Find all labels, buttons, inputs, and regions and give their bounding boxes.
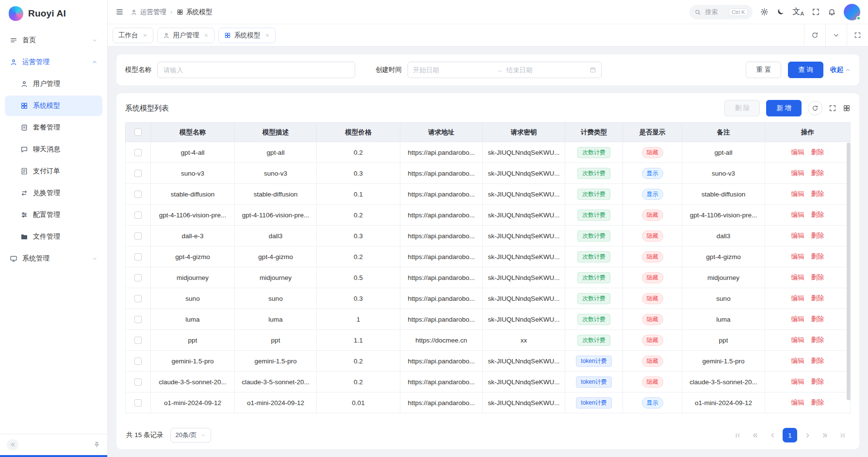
end-date-input[interactable] xyxy=(507,66,586,74)
row-checkbox[interactable] xyxy=(134,253,142,261)
row-checkbox[interactable] xyxy=(134,149,142,156)
notification-bell-icon[interactable] xyxy=(828,8,836,16)
last-page-button[interactable] xyxy=(835,428,850,442)
edit-link[interactable]: 编辑 xyxy=(791,378,804,385)
delete-link[interactable]: 删除 xyxy=(811,253,824,260)
cell-model-desc: gpt-4-1106-vision-pre... xyxy=(235,205,317,226)
sidebar-item-6[interactable]: 支付订单 xyxy=(5,161,102,181)
refresh-tab-button[interactable] xyxy=(804,24,825,46)
delete-link[interactable]: 删除 xyxy=(811,274,824,281)
close-tab-icon[interactable] xyxy=(265,33,270,38)
sidebar-item-5[interactable]: 聊天消息 xyxy=(5,139,102,160)
sidebar-item-4[interactable]: 套餐管理 xyxy=(5,117,102,138)
cell-remark: stable-diffusion xyxy=(682,184,765,205)
row-checkbox[interactable] xyxy=(134,399,142,407)
tab-2[interactable]: 系统模型 xyxy=(218,28,276,43)
edit-link[interactable]: 编辑 xyxy=(791,211,804,218)
fullscreen-icon[interactable] xyxy=(812,8,820,16)
user-avatar[interactable] xyxy=(844,4,860,20)
row-checkbox[interactable] xyxy=(134,358,142,365)
language-icon[interactable]: 文A xyxy=(792,7,804,16)
jump-back-button[interactable] xyxy=(748,428,762,442)
edit-link[interactable]: 编辑 xyxy=(791,169,804,177)
sidebar-collapse-button[interactable] xyxy=(7,439,18,451)
logo[interactable]: Ruoyi AI xyxy=(0,0,107,27)
delete-link[interactable]: 删除 xyxy=(811,399,824,406)
edit-link[interactable]: 编辑 xyxy=(791,315,804,323)
page-size-select[interactable]: 20条/页 xyxy=(170,428,211,442)
cell-request-url: https://docmee.cn xyxy=(400,330,483,351)
row-checkbox[interactable] xyxy=(134,316,142,323)
tab-0[interactable]: 工作台 xyxy=(113,28,153,43)
edit-link[interactable]: 编辑 xyxy=(791,294,804,302)
model-name-input[interactable] xyxy=(157,62,355,78)
breadcrumb-item-operations[interactable]: 运营管理 xyxy=(131,8,166,16)
breadcrumb-item-system-model[interactable]: 系统模型 xyxy=(177,8,213,16)
jump-forward-button[interactable] xyxy=(818,428,832,442)
delete-button[interactable]: 删 除 xyxy=(724,100,760,116)
edit-link[interactable]: 编辑 xyxy=(791,253,804,260)
delete-link[interactable]: 删除 xyxy=(811,211,824,218)
delete-link[interactable]: 删除 xyxy=(811,357,824,364)
edit-link[interactable]: 编辑 xyxy=(791,274,804,281)
sidebar-item-2[interactable]: 用户管理 xyxy=(5,74,102,94)
delete-link[interactable]: 删除 xyxy=(811,315,824,323)
row-checkbox[interactable] xyxy=(134,232,142,240)
tab-1[interactable]: 用户管理 xyxy=(157,28,214,43)
row-checkbox[interactable] xyxy=(134,170,142,177)
close-tab-icon[interactable] xyxy=(204,33,209,38)
row-checkbox[interactable] xyxy=(134,337,142,344)
search-button[interactable]: 查 询 xyxy=(788,62,823,78)
operations-icon xyxy=(131,9,137,16)
date-range-picker[interactable]: → xyxy=(408,62,602,78)
delete-link[interactable]: 删除 xyxy=(811,232,824,239)
maximize-content-button[interactable] xyxy=(847,24,868,46)
add-button[interactable]: 新 增 xyxy=(766,100,802,116)
edit-link[interactable]: 编辑 xyxy=(791,336,804,343)
row-checkbox[interactable] xyxy=(134,274,142,281)
delete-link[interactable]: 删除 xyxy=(811,378,824,385)
row-checkbox[interactable] xyxy=(134,378,142,386)
current-page-button[interactable]: 1 xyxy=(783,428,797,442)
row-checkbox[interactable] xyxy=(134,212,142,219)
start-date-input[interactable] xyxy=(413,66,492,74)
sidebar-item-3[interactable]: 系统模型 xyxy=(5,96,102,116)
delete-link[interactable]: 删除 xyxy=(811,294,824,302)
sidebar-item-7[interactable]: 兑换管理 xyxy=(5,183,102,203)
edit-link[interactable]: 编辑 xyxy=(791,190,804,197)
vertical-scrollbar[interactable] xyxy=(847,143,851,400)
hamburger-menu-button[interactable] xyxy=(115,8,124,16)
edit-link[interactable]: 编辑 xyxy=(791,148,804,156)
delete-link[interactable]: 删除 xyxy=(811,336,824,343)
pin-icon[interactable] xyxy=(93,441,100,448)
reset-button[interactable]: 重 置 xyxy=(746,62,781,78)
column-settings-button[interactable] xyxy=(843,104,851,112)
collapse-filter-link[interactable]: 收起 xyxy=(830,65,851,74)
edit-link[interactable]: 编辑 xyxy=(791,399,804,406)
row-checkbox[interactable] xyxy=(134,295,142,302)
delete-link[interactable]: 删除 xyxy=(811,148,824,156)
prev-page-button[interactable] xyxy=(765,428,780,442)
first-page-button[interactable] xyxy=(730,428,745,442)
sidebar-item-1[interactable]: 运营管理 xyxy=(5,52,102,72)
dark-mode-icon[interactable] xyxy=(776,8,785,16)
sidebar-item-0[interactable]: 首页 xyxy=(5,30,102,50)
row-checkbox[interactable] xyxy=(134,191,142,198)
billing-type-badge: 次数计费 xyxy=(577,251,610,262)
settings-icon[interactable] xyxy=(760,8,769,16)
close-tab-icon[interactable] xyxy=(143,33,147,38)
select-all-checkbox[interactable] xyxy=(134,129,142,136)
delete-link[interactable]: 删除 xyxy=(811,190,824,197)
fullscreen-table-button[interactable] xyxy=(829,104,836,112)
sidebar-item-9[interactable]: 文件管理 xyxy=(5,227,102,247)
global-search[interactable]: 搜索 Ctrl K xyxy=(689,5,753,19)
refresh-table-button[interactable] xyxy=(808,101,822,115)
sidebar-item-10[interactable]: 系统管理 xyxy=(5,248,102,269)
edit-link[interactable]: 编辑 xyxy=(791,232,804,239)
delete-link[interactable]: 删除 xyxy=(811,169,824,177)
next-page-button[interactable] xyxy=(800,428,815,442)
cell-request-key: sk-JIUQLNndqSeKWU... xyxy=(483,226,565,246)
tab-options-dropdown[interactable] xyxy=(825,24,847,46)
edit-link[interactable]: 编辑 xyxy=(791,357,804,364)
sidebar-item-8[interactable]: 配置管理 xyxy=(5,205,102,225)
